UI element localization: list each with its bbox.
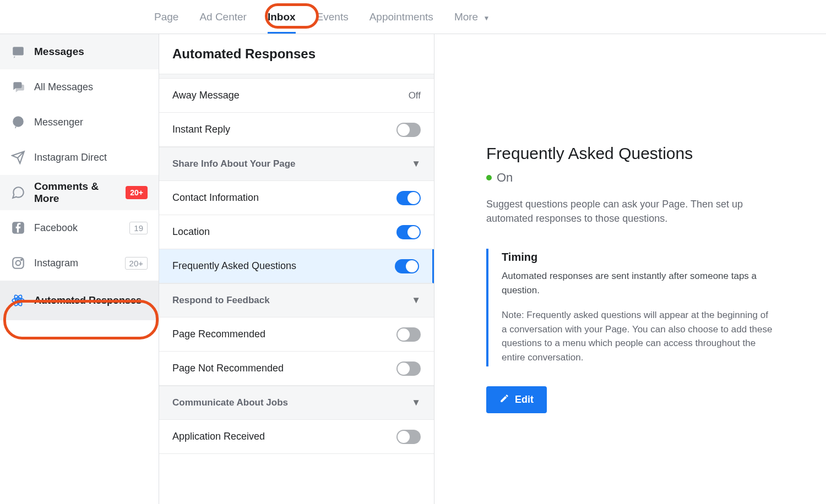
messenger-icon <box>11 115 25 129</box>
location-toggle[interactable] <box>396 225 421 239</box>
nav-inbox[interactable]: Inbox <box>268 1 296 33</box>
row-label: Instant Reply <box>172 124 396 135</box>
page-not-recommended-toggle[interactable] <box>396 361 421 376</box>
sidebar-item-label: Messenger <box>34 117 148 128</box>
row-label: Frequently Asked Questions <box>172 260 395 272</box>
row-label: Page Recommended <box>172 328 396 340</box>
section-share-info[interactable]: Share Info About Your Page ▼ <box>159 147 434 181</box>
timing-info-box: Timing Automated responses are sent inst… <box>486 249 773 366</box>
faq-toggle[interactable] <box>395 259 419 273</box>
row-application-received[interactable]: Application Received <box>159 420 434 454</box>
chat-bubbles-icon <box>11 80 25 94</box>
messages-icon <box>11 45 25 59</box>
sidebar-header-comments: Comments & More 20+ <box>0 175 159 210</box>
section-label: Share Info About Your Page <box>172 158 296 169</box>
section-feedback[interactable]: Respond to Feedback ▼ <box>159 283 434 317</box>
row-page-not-recommended[interactable]: Page Not Recommended <box>159 352 434 386</box>
info-text: Automated responses are sent instantly a… <box>502 269 773 297</box>
detail-title: Frequently Asked Questions <box>486 144 793 163</box>
chevron-down-icon: ▼ <box>411 158 421 169</box>
sidebar-item-label: Automated Responses <box>34 295 148 306</box>
row-faq[interactable]: Frequently Asked Questions <box>159 249 434 283</box>
status-text: On <box>497 171 513 185</box>
sidebar-item-facebook[interactable]: Facebook 19 <box>0 210 159 245</box>
instant-reply-toggle[interactable] <box>396 123 421 137</box>
info-title: Timing <box>502 251 773 264</box>
nav-appointments[interactable]: Appointments <box>369 1 433 33</box>
row-label: Application Received <box>172 431 396 442</box>
row-location[interactable]: Location <box>159 215 434 249</box>
sidebar-item-label: Instagram Direct <box>34 152 148 163</box>
row-label: Location <box>172 226 396 238</box>
nav-more[interactable]: More ▼ <box>454 1 490 33</box>
section-label: Respond to Feedback <box>172 295 270 306</box>
sidebar-item-label: Facebook <box>34 222 121 234</box>
row-away-message[interactable]: Away Message Off <box>159 79 434 113</box>
row-instant-reply[interactable]: Instant Reply <box>159 113 434 147</box>
sidebar-header-messages: Messages <box>0 34 159 69</box>
panel-title: Automated Responses <box>159 34 434 74</box>
contact-info-toggle[interactable] <box>396 191 421 205</box>
sidebar-item-messenger[interactable]: Messenger <box>0 105 159 140</box>
facebook-icon <box>11 221 25 235</box>
row-label: Away Message <box>172 90 409 101</box>
instagram-icon <box>11 256 25 270</box>
page-recommended-toggle[interactable] <box>396 327 421 342</box>
sidebar-item-instagram[interactable]: Instagram 20+ <box>0 245 159 281</box>
pencil-icon <box>499 393 509 406</box>
row-label: Page Not Recommended <box>172 363 396 374</box>
chevron-down-icon: ▼ <box>483 14 490 22</box>
svg-point-1 <box>13 116 24 127</box>
away-status-text: Off <box>409 90 421 101</box>
sidebar-header-label: Messages <box>34 46 84 58</box>
info-note: Note: Frequently asked questions will ap… <box>502 308 773 364</box>
facebook-count: 19 <box>129 222 148 234</box>
status-row: On <box>486 171 793 185</box>
row-page-recommended[interactable]: Page Recommended <box>159 317 434 352</box>
sidebar-item-label: Instagram <box>34 258 116 269</box>
svg-point-4 <box>16 261 21 266</box>
sidebar-item-all-messages[interactable]: All Messages <box>0 69 159 105</box>
nav-page[interactable]: Page <box>154 1 178 33</box>
sidebar: Messages All Messages Messenger Instagra… <box>0 34 159 504</box>
application-received-toggle[interactable] <box>396 430 421 444</box>
detail-panel: Frequently Asked Questions On Suggest qu… <box>434 34 826 504</box>
detail-description: Suggest questions people can ask your Pa… <box>486 197 773 226</box>
chevron-down-icon: ▼ <box>411 295 421 306</box>
svg-rect-0 <box>13 47 24 55</box>
svg-point-6 <box>17 299 19 302</box>
chevron-down-icon: ▼ <box>411 397 421 408</box>
row-contact-information[interactable]: Contact Information <box>159 181 434 215</box>
paper-plane-icon <box>11 150 25 165</box>
settings-panel: Automated Responses Away Message Off Ins… <box>159 34 434 504</box>
section-label: Communicate About Jobs <box>172 397 288 408</box>
sidebar-item-label: All Messages <box>34 81 148 93</box>
comment-icon <box>11 185 25 200</box>
nav-events[interactable]: Events <box>317 1 349 33</box>
row-label: Contact Information <box>172 192 396 204</box>
sidebar-item-automated-responses[interactable]: Automated Responses <box>0 281 159 320</box>
edit-button-label: Edit <box>515 394 534 406</box>
instagram-count: 20+ <box>125 257 148 270</box>
nav-ad-center[interactable]: Ad Center <box>199 1 247 33</box>
top-nav: Page Ad Center Inbox Events Appointments… <box>0 0 826 34</box>
sidebar-item-instagram-direct[interactable]: Instagram Direct <box>0 140 159 175</box>
comments-badge: 20+ <box>126 186 148 199</box>
atom-icon <box>11 293 25 308</box>
section-jobs[interactable]: Communicate About Jobs ▼ <box>159 386 434 420</box>
edit-button[interactable]: Edit <box>486 386 547 413</box>
sidebar-header-label: Comments & More <box>34 180 117 205</box>
status-dot-icon <box>486 175 492 180</box>
svg-point-5 <box>21 259 22 260</box>
